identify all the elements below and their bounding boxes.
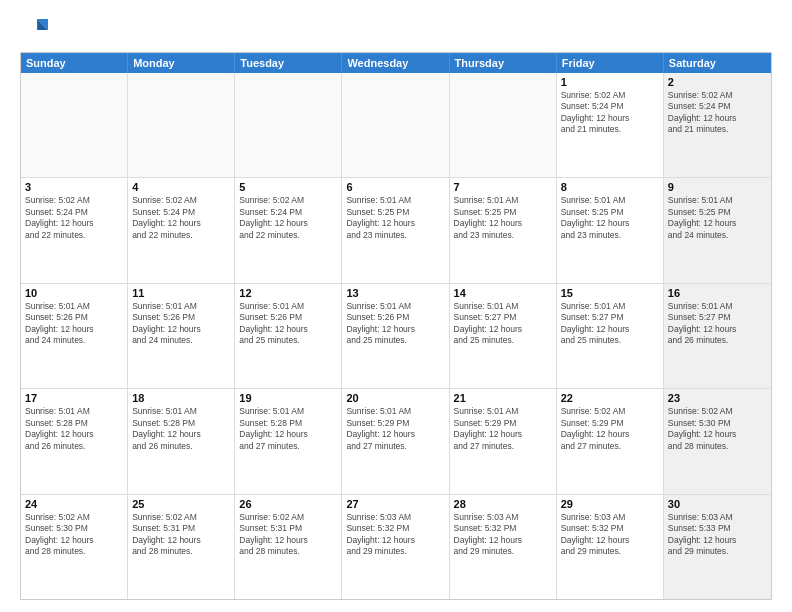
day-info: Sunrise: 5:03 AM Sunset: 5:32 PM Dayligh… — [454, 512, 552, 558]
day-number: 26 — [239, 498, 337, 510]
day-cell-19: 19Sunrise: 5:01 AM Sunset: 5:28 PM Dayli… — [235, 389, 342, 493]
day-cell-2: 2Sunrise: 5:02 AM Sunset: 5:24 PM Daylig… — [664, 73, 771, 177]
day-cell-7: 7Sunrise: 5:01 AM Sunset: 5:25 PM Daylig… — [450, 178, 557, 282]
day-info: Sunrise: 5:02 AM Sunset: 5:29 PM Dayligh… — [561, 406, 659, 452]
day-cell-13: 13Sunrise: 5:01 AM Sunset: 5:26 PM Dayli… — [342, 284, 449, 388]
day-number: 10 — [25, 287, 123, 299]
day-number: 5 — [239, 181, 337, 193]
logo — [20, 16, 52, 44]
day-cell-1: 1Sunrise: 5:02 AM Sunset: 5:24 PM Daylig… — [557, 73, 664, 177]
day-info: Sunrise: 5:02 AM Sunset: 5:31 PM Dayligh… — [132, 512, 230, 558]
day-cell-12: 12Sunrise: 5:01 AM Sunset: 5:26 PM Dayli… — [235, 284, 342, 388]
day-number: 3 — [25, 181, 123, 193]
day-info: Sunrise: 5:02 AM Sunset: 5:31 PM Dayligh… — [239, 512, 337, 558]
day-cell-11: 11Sunrise: 5:01 AM Sunset: 5:26 PM Dayli… — [128, 284, 235, 388]
day-info: Sunrise: 5:01 AM Sunset: 5:26 PM Dayligh… — [239, 301, 337, 347]
day-cell-16: 16Sunrise: 5:01 AM Sunset: 5:27 PM Dayli… — [664, 284, 771, 388]
day-cell-9: 9Sunrise: 5:01 AM Sunset: 5:25 PM Daylig… — [664, 178, 771, 282]
day-cell-25: 25Sunrise: 5:02 AM Sunset: 5:31 PM Dayli… — [128, 495, 235, 599]
day-number: 9 — [668, 181, 767, 193]
day-number: 16 — [668, 287, 767, 299]
day-cell-17: 17Sunrise: 5:01 AM Sunset: 5:28 PM Dayli… — [21, 389, 128, 493]
day-info: Sunrise: 5:02 AM Sunset: 5:24 PM Dayligh… — [239, 195, 337, 241]
calendar-row-0: 1Sunrise: 5:02 AM Sunset: 5:24 PM Daylig… — [21, 73, 771, 178]
calendar-row-4: 24Sunrise: 5:02 AM Sunset: 5:30 PM Dayli… — [21, 495, 771, 599]
day-number: 13 — [346, 287, 444, 299]
day-number: 2 — [668, 76, 767, 88]
day-number: 11 — [132, 287, 230, 299]
day-info: Sunrise: 5:01 AM Sunset: 5:29 PM Dayligh… — [346, 406, 444, 452]
day-number: 25 — [132, 498, 230, 510]
empty-cell-0-4 — [450, 73, 557, 177]
day-info: Sunrise: 5:02 AM Sunset: 5:24 PM Dayligh… — [132, 195, 230, 241]
day-cell-27: 27Sunrise: 5:03 AM Sunset: 5:32 PM Dayli… — [342, 495, 449, 599]
day-cell-10: 10Sunrise: 5:01 AM Sunset: 5:26 PM Dayli… — [21, 284, 128, 388]
day-number: 28 — [454, 498, 552, 510]
day-info: Sunrise: 5:01 AM Sunset: 5:28 PM Dayligh… — [132, 406, 230, 452]
logo-icon — [20, 16, 48, 44]
weekday-header-monday: Monday — [128, 53, 235, 73]
day-info: Sunrise: 5:02 AM Sunset: 5:24 PM Dayligh… — [25, 195, 123, 241]
day-info: Sunrise: 5:01 AM Sunset: 5:29 PM Dayligh… — [454, 406, 552, 452]
calendar-row-3: 17Sunrise: 5:01 AM Sunset: 5:28 PM Dayli… — [21, 389, 771, 494]
header — [20, 16, 772, 44]
empty-cell-0-2 — [235, 73, 342, 177]
day-number: 18 — [132, 392, 230, 404]
day-number: 20 — [346, 392, 444, 404]
day-cell-6: 6Sunrise: 5:01 AM Sunset: 5:25 PM Daylig… — [342, 178, 449, 282]
day-info: Sunrise: 5:01 AM Sunset: 5:25 PM Dayligh… — [668, 195, 767, 241]
day-info: Sunrise: 5:03 AM Sunset: 5:33 PM Dayligh… — [668, 512, 767, 558]
page: SundayMondayTuesdayWednesdayThursdayFrid… — [0, 0, 792, 612]
weekday-header-tuesday: Tuesday — [235, 53, 342, 73]
day-number: 30 — [668, 498, 767, 510]
calendar-row-2: 10Sunrise: 5:01 AM Sunset: 5:26 PM Dayli… — [21, 284, 771, 389]
day-number: 8 — [561, 181, 659, 193]
calendar-header: SundayMondayTuesdayWednesdayThursdayFrid… — [21, 53, 771, 73]
day-info: Sunrise: 5:03 AM Sunset: 5:32 PM Dayligh… — [346, 512, 444, 558]
day-number: 27 — [346, 498, 444, 510]
day-number: 24 — [25, 498, 123, 510]
day-cell-23: 23Sunrise: 5:02 AM Sunset: 5:30 PM Dayli… — [664, 389, 771, 493]
day-info: Sunrise: 5:01 AM Sunset: 5:28 PM Dayligh… — [25, 406, 123, 452]
weekday-header-thursday: Thursday — [450, 53, 557, 73]
calendar-body: 1Sunrise: 5:02 AM Sunset: 5:24 PM Daylig… — [21, 73, 771, 599]
day-info: Sunrise: 5:01 AM Sunset: 5:27 PM Dayligh… — [561, 301, 659, 347]
day-info: Sunrise: 5:02 AM Sunset: 5:30 PM Dayligh… — [668, 406, 767, 452]
weekday-header-wednesday: Wednesday — [342, 53, 449, 73]
day-cell-30: 30Sunrise: 5:03 AM Sunset: 5:33 PM Dayli… — [664, 495, 771, 599]
day-cell-24: 24Sunrise: 5:02 AM Sunset: 5:30 PM Dayli… — [21, 495, 128, 599]
day-cell-28: 28Sunrise: 5:03 AM Sunset: 5:32 PM Dayli… — [450, 495, 557, 599]
empty-cell-0-3 — [342, 73, 449, 177]
day-number: 14 — [454, 287, 552, 299]
weekday-header-friday: Friday — [557, 53, 664, 73]
calendar: SundayMondayTuesdayWednesdayThursdayFrid… — [20, 52, 772, 600]
day-cell-14: 14Sunrise: 5:01 AM Sunset: 5:27 PM Dayli… — [450, 284, 557, 388]
day-number: 15 — [561, 287, 659, 299]
day-cell-29: 29Sunrise: 5:03 AM Sunset: 5:32 PM Dayli… — [557, 495, 664, 599]
day-cell-8: 8Sunrise: 5:01 AM Sunset: 5:25 PM Daylig… — [557, 178, 664, 282]
day-info: Sunrise: 5:01 AM Sunset: 5:26 PM Dayligh… — [346, 301, 444, 347]
day-info: Sunrise: 5:03 AM Sunset: 5:32 PM Dayligh… — [561, 512, 659, 558]
day-number: 4 — [132, 181, 230, 193]
day-cell-22: 22Sunrise: 5:02 AM Sunset: 5:29 PM Dayli… — [557, 389, 664, 493]
empty-cell-0-1 — [128, 73, 235, 177]
day-info: Sunrise: 5:01 AM Sunset: 5:27 PM Dayligh… — [668, 301, 767, 347]
empty-cell-0-0 — [21, 73, 128, 177]
weekday-header-sunday: Sunday — [21, 53, 128, 73]
calendar-row-1: 3Sunrise: 5:02 AM Sunset: 5:24 PM Daylig… — [21, 178, 771, 283]
day-cell-5: 5Sunrise: 5:02 AM Sunset: 5:24 PM Daylig… — [235, 178, 342, 282]
day-info: Sunrise: 5:01 AM Sunset: 5:25 PM Dayligh… — [346, 195, 444, 241]
day-info: Sunrise: 5:01 AM Sunset: 5:28 PM Dayligh… — [239, 406, 337, 452]
day-number: 22 — [561, 392, 659, 404]
day-cell-21: 21Sunrise: 5:01 AM Sunset: 5:29 PM Dayli… — [450, 389, 557, 493]
day-number: 17 — [25, 392, 123, 404]
day-number: 12 — [239, 287, 337, 299]
day-cell-15: 15Sunrise: 5:01 AM Sunset: 5:27 PM Dayli… — [557, 284, 664, 388]
day-info: Sunrise: 5:01 AM Sunset: 5:25 PM Dayligh… — [561, 195, 659, 241]
day-number: 6 — [346, 181, 444, 193]
day-number: 23 — [668, 392, 767, 404]
weekday-header-saturday: Saturday — [664, 53, 771, 73]
day-number: 21 — [454, 392, 552, 404]
day-info: Sunrise: 5:01 AM Sunset: 5:26 PM Dayligh… — [132, 301, 230, 347]
day-info: Sunrise: 5:02 AM Sunset: 5:24 PM Dayligh… — [668, 90, 767, 136]
